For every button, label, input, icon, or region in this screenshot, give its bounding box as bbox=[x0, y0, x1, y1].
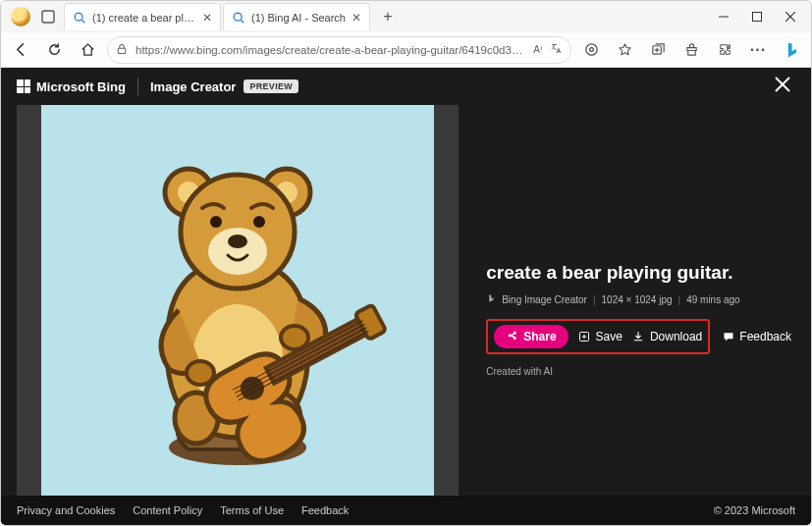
footer-content-policy-link[interactable]: Content Policy bbox=[133, 504, 202, 516]
rewards-icon[interactable] bbox=[677, 36, 705, 64]
footer-copyright: © 2023 Microsoft bbox=[714, 504, 795, 516]
footer-feedback-link[interactable]: Feedback bbox=[301, 504, 349, 516]
lock-icon bbox=[116, 43, 128, 57]
brand-text: Microsoft Bing bbox=[36, 79, 126, 94]
close-tab-icon[interactable]: ✕ bbox=[202, 11, 212, 25]
image-canvas bbox=[17, 105, 459, 496]
share-button[interactable]: Share bbox=[494, 325, 568, 348]
share-icon bbox=[506, 331, 518, 343]
svg-point-27 bbox=[210, 216, 222, 228]
highlight-box: Share Save Download bbox=[486, 319, 710, 354]
share-label: Share bbox=[523, 330, 556, 343]
read-aloud-icon[interactable]: A⁾ bbox=[533, 44, 542, 55]
tab-label: (1) create a bear playing guitar - bbox=[92, 12, 196, 24]
svg-rect-6 bbox=[753, 13, 762, 22]
footer-terms-link[interactable]: Terms of Use bbox=[220, 504, 284, 516]
result-details: create a bear playing guitar. Bing Image… bbox=[459, 105, 811, 496]
browser-tab-0[interactable]: (1) create a bear playing guitar - ✕ bbox=[64, 3, 221, 30]
app-content: Microsoft Bing Image Creator PREVIEW bbox=[1, 68, 811, 525]
product-title[interactable]: Image Creator bbox=[150, 79, 236, 94]
source-text: Bing Image Creator bbox=[502, 294, 587, 305]
browser-tab-1[interactable]: (1) Bing AI - Search ✕ bbox=[223, 3, 370, 30]
footer: Privacy and Cookies Content Policy Terms… bbox=[1, 496, 811, 525]
feedback-button[interactable]: Feedback bbox=[722, 330, 791, 343]
feedback-icon bbox=[722, 331, 734, 343]
svg-point-28 bbox=[253, 216, 265, 228]
refresh-button[interactable] bbox=[40, 36, 68, 64]
window-titlebar: (1) create a bear playing guitar - ✕ (1)… bbox=[1, 1, 811, 32]
divider bbox=[137, 78, 138, 95]
url-text: https://www.bing.com/images/create/creat… bbox=[135, 44, 527, 56]
close-overlay-button[interactable] bbox=[770, 72, 795, 102]
age-text: 49 mins ago bbox=[686, 294, 739, 305]
extensions-icon[interactable] bbox=[711, 36, 738, 64]
svg-point-36 bbox=[187, 361, 214, 385]
prompt-text: create a bear playing guitar. bbox=[486, 262, 791, 284]
translate-icon[interactable] bbox=[550, 42, 563, 57]
window-maximize-button[interactable] bbox=[740, 3, 774, 30]
dimensions-text: 1024 × 1024 jpg bbox=[602, 294, 673, 305]
feedback-label: Feedback bbox=[739, 330, 791, 343]
back-button[interactable] bbox=[7, 36, 34, 64]
svg-point-3 bbox=[234, 13, 242, 21]
browser-toolbar: https://www.bing.com/images/create/creat… bbox=[1, 32, 811, 68]
save-icon bbox=[578, 331, 591, 343]
preview-badge: PREVIEW bbox=[244, 79, 298, 93]
favorites-icon[interactable] bbox=[611, 36, 638, 64]
svg-point-10 bbox=[585, 44, 596, 55]
tracking-icon[interactable] bbox=[577, 36, 605, 64]
tab-label: (1) Bing AI - Search bbox=[251, 12, 346, 24]
window-minimize-button[interactable] bbox=[707, 3, 740, 30]
download-icon bbox=[632, 331, 645, 343]
svg-point-37 bbox=[281, 326, 308, 349]
profile-avatar[interactable] bbox=[11, 7, 30, 26]
svg-point-1 bbox=[75, 13, 82, 21]
collections-icon[interactable] bbox=[644, 36, 672, 64]
main-area: create a bear playing guitar. Bing Image… bbox=[1, 105, 811, 496]
home-button[interactable] bbox=[74, 36, 101, 64]
svg-line-4 bbox=[241, 20, 244, 23]
result-meta: Bing Image Creator | 1024 × 1024 jpg | 4… bbox=[486, 293, 791, 305]
tab-actions-icon[interactable] bbox=[36, 5, 60, 28]
new-tab-button[interactable]: + bbox=[376, 5, 400, 28]
address-bar[interactable]: https://www.bing.com/images/create/creat… bbox=[107, 36, 571, 64]
save-label: Save bbox=[596, 330, 623, 343]
action-row: Share Save Download Feedback bbox=[486, 319, 791, 354]
search-icon bbox=[73, 11, 86, 25]
svg-rect-9 bbox=[118, 48, 126, 53]
microsoft-logo-icon bbox=[17, 79, 30, 93]
download-label: Download bbox=[650, 330, 702, 343]
svg-point-26 bbox=[228, 235, 247, 248]
svg-line-2 bbox=[81, 20, 84, 23]
search-icon bbox=[232, 11, 245, 25]
generated-image[interactable] bbox=[41, 105, 434, 496]
window-close-button[interactable] bbox=[774, 3, 807, 30]
app-header: Microsoft Bing Image Creator PREVIEW bbox=[1, 68, 811, 105]
bing-sidebar-icon[interactable] bbox=[778, 36, 805, 64]
footer-privacy-link[interactable]: Privacy and Cookies bbox=[17, 504, 115, 516]
svg-point-11 bbox=[589, 48, 593, 52]
download-button[interactable]: Download bbox=[632, 330, 702, 343]
close-tab-icon[interactable]: ✕ bbox=[352, 11, 361, 25]
ai-caption: Created with AI bbox=[486, 366, 791, 377]
ms-bing-logo[interactable]: Microsoft Bing bbox=[17, 79, 126, 94]
svg-rect-0 bbox=[42, 11, 54, 23]
save-button[interactable]: Save bbox=[578, 330, 623, 343]
bing-icon bbox=[486, 293, 496, 305]
menu-icon[interactable]: ··· bbox=[744, 36, 772, 64]
